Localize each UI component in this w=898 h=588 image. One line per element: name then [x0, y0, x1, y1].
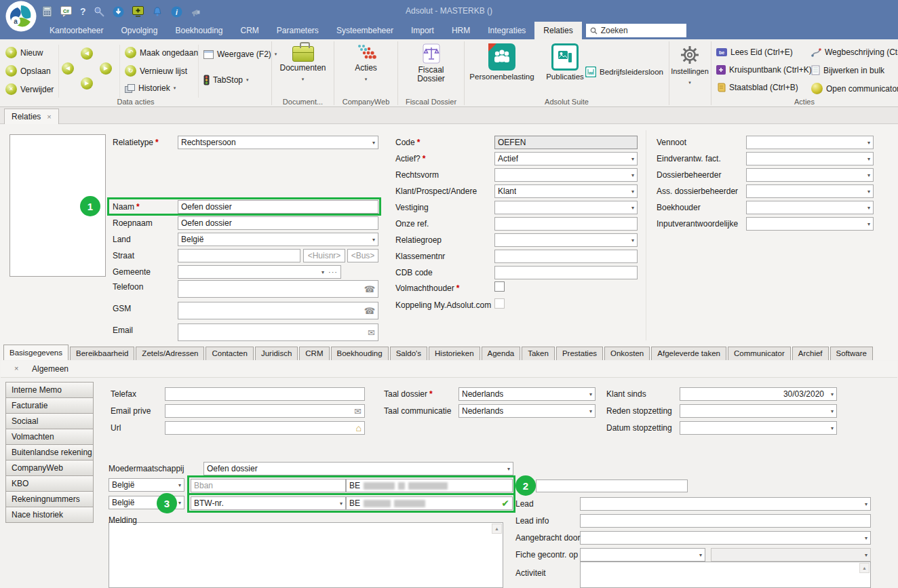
- gemeente-select[interactable]: ▾···: [178, 265, 341, 279]
- dropdown-arrow-icon: ▾: [862, 535, 867, 541]
- bank-land-select[interactable]: België▾: [109, 478, 184, 492]
- rechtsvorm-select[interactable]: ▾: [494, 168, 638, 182]
- gemeente-label: Gemeente: [113, 265, 151, 279]
- roepnaam-input[interactable]: Oefen dossier: [178, 216, 378, 230]
- dropdown-arrow-icon: ▾: [629, 205, 634, 211]
- moedermaatschappij-select[interactable]: Oefen dossier▾: [203, 462, 513, 475]
- klant-sinds-select[interactable]: 30/03/2020▾: [680, 387, 837, 401]
- fiche-gecontr-op-label: Fiche gecontr. op: [515, 548, 578, 562]
- svg-text:a: a: [14, 18, 18, 25]
- dropdown-arrow-icon: ▾: [629, 189, 634, 195]
- email-input[interactable]: ✉: [178, 324, 378, 341]
- ellipsis-button[interactable]: ···: [328, 268, 338, 276]
- eindverantw-fact-select[interactable]: ▾: [746, 152, 874, 165]
- telefax-input[interactable]: [165, 387, 365, 401]
- eindverantw-fact-label: Eindverantw. fact.: [657, 152, 721, 165]
- dropdown-arrow-icon: ▾: [370, 140, 375, 146]
- mail-icon: ✉: [354, 407, 362, 416]
- dropdown-arrow-icon: ▾: [629, 172, 634, 178]
- activiteit-textarea[interactable]: ▲: [580, 562, 871, 588]
- dropdown-arrow-icon: ▾: [865, 156, 870, 162]
- telefoon-input[interactable]: ☎: [178, 280, 378, 298]
- gsm-input[interactable]: ☎: [178, 302, 378, 319]
- relatietype-label: Relatietype*: [113, 136, 159, 149]
- relatiegroep-label: Relatiegroep: [395, 233, 442, 247]
- dropdown-arrow-icon: ▾: [337, 501, 343, 507]
- dropdown-arrow-icon: ▾: [587, 391, 592, 397]
- redacted-text: [408, 482, 448, 490]
- url-input[interactable]: ⌂: [165, 421, 365, 435]
- taal-communicatie-select[interactable]: Nederlands▾: [458, 404, 596, 418]
- lead-select[interactable]: ▾: [580, 497, 871, 511]
- vennoot-label: Vennoot: [657, 136, 686, 149]
- vestiging-select[interactable]: ▾: [494, 201, 638, 214]
- reden-stopzetting-label: Reden stopzetting: [606, 404, 672, 418]
- ass-dossierbeheerder-select[interactable]: ▾: [746, 184, 874, 198]
- dropdown-arrow-icon: ▾: [828, 425, 834, 431]
- bank-omschrijving-input[interactable]: [536, 479, 688, 492]
- bus-input[interactable]: <Bus>: [347, 249, 378, 262]
- taal-dossier-label: Taal dossier*: [384, 387, 433, 401]
- volmachthouder-checkbox[interactable]: [494, 281, 505, 292]
- huisnr-input[interactable]: <Huisnr>: [303, 249, 345, 262]
- aangebracht-door-select[interactable]: ▾: [580, 531, 871, 545]
- inputverantwoordelijke-select[interactable]: ▾: [746, 217, 874, 231]
- land-select[interactable]: België▾: [178, 233, 378, 246]
- telefoon-label: Telefoon: [113, 280, 143, 294]
- lead-info-label: Lead info: [515, 514, 549, 528]
- straat-input[interactable]: [178, 249, 300, 262]
- email-prive-label: Email prive: [111, 404, 151, 418]
- reden-stopzetting-select[interactable]: ▾: [680, 404, 837, 418]
- url-label: Url: [111, 421, 121, 435]
- dropdown-arrow-icon: ▾: [319, 269, 324, 275]
- btw-nr-input[interactable]: BE✔: [346, 496, 513, 510]
- dropdown-arrow-icon: ▾: [862, 552, 867, 558]
- lead-info-input[interactable]: [580, 514, 871, 528]
- telefax-label: Telefax: [111, 387, 136, 401]
- klassementnr-input[interactable]: [494, 250, 638, 263]
- actief-select[interactable]: Actief▾: [494, 152, 638, 165]
- code-input[interactable]: OEFEN: [494, 136, 638, 149]
- moedermaatschappij-label: Moedermaatschappij: [109, 462, 184, 475]
- onze-ref-label: Onze ref.: [395, 217, 429, 231]
- redacted-text: [394, 500, 425, 507]
- bank-type-input[interactable]: Bban: [191, 479, 346, 492]
- melding-textarea[interactable]: ▲: [109, 522, 503, 588]
- datum-stopzetting-select[interactable]: ▾: [680, 421, 837, 435]
- code-label: Code*: [395, 136, 420, 149]
- relatietype-select[interactable]: Rechtspersoon▾: [178, 136, 378, 149]
- annotation-badge-3: 3: [157, 493, 177, 513]
- email-prive-input[interactable]: ✉: [165, 404, 365, 418]
- dropdown-arrow-icon: ▾: [697, 552, 702, 558]
- annotation-badge-1: 1: [80, 196, 100, 216]
- actief-label: Actief?*: [395, 152, 425, 165]
- phone-icon: ☎: [364, 307, 375, 315]
- fiche-gecontr-op-select[interactable]: ▾: [580, 548, 705, 562]
- vennoot-select[interactable]: ▾: [746, 136, 874, 149]
- bank-iban-input[interactable]: BE: [346, 479, 513, 492]
- melding-label: Melding: [109, 513, 137, 527]
- relatiegroep-select[interactable]: ▾: [494, 233, 638, 247]
- dropdown-arrow-icon: ▾: [176, 482, 181, 488]
- dropdown-arrow-icon: ▾: [865, 221, 870, 227]
- naam-input[interactable]: Oefen dossier: [178, 200, 378, 214]
- cdb-code-input[interactable]: [494, 266, 638, 279]
- onze-ref-input[interactable]: [494, 217, 638, 231]
- btw-type-select[interactable]: BTW-nr.▾: [191, 496, 346, 510]
- dossierbeheerder-select[interactable]: ▾: [746, 168, 874, 182]
- dropdown-arrow-icon: ▾: [587, 408, 592, 414]
- koppeling-my-adsolut-checkbox[interactable]: [494, 298, 505, 309]
- gsm-label: GSM: [113, 302, 131, 315]
- scroll-up-icon[interactable]: ▲: [859, 563, 870, 573]
- klant-sinds-label: Klant sinds: [606, 387, 646, 401]
- roepnaam-label: Roepnaam: [113, 216, 153, 230]
- fiche-gecontr-op-2-select[interactable]: ▾: [711, 548, 871, 562]
- boekhouder-select[interactable]: ▾: [746, 201, 874, 214]
- klant-prospect-andere-select[interactable]: Klant▾: [494, 184, 638, 198]
- dropdown-arrow-icon: ▾: [862, 501, 867, 507]
- home-icon: ⌂: [356, 423, 362, 433]
- taal-dossier-select[interactable]: Nederlands▾: [458, 387, 596, 401]
- scroll-up-icon[interactable]: ▲: [492, 524, 502, 534]
- rechtsvorm-label: Rechtsvorm: [395, 168, 439, 182]
- dropdown-arrow-icon: ▾: [865, 172, 870, 178]
